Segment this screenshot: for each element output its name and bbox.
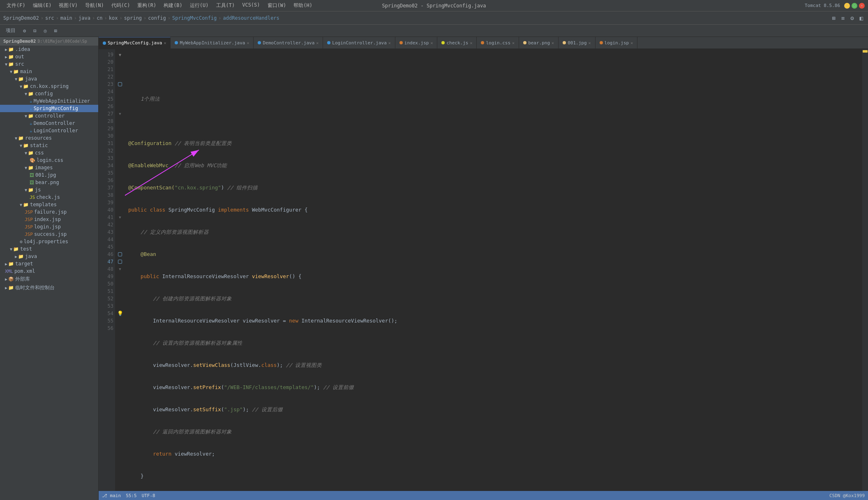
tree-item-css[interactable]: ▼ 📁 css xyxy=(0,149,98,157)
project-icon-locate[interactable]: ◎ xyxy=(41,27,49,35)
tree-item-test[interactable]: ▼ 📁 test xyxy=(0,245,98,253)
tree-item-images[interactable]: ▼ 📁 images xyxy=(0,164,98,171)
breadcrumb-java[interactable]: java xyxy=(78,15,90,21)
maximize-button[interactable]: □ xyxy=(852,3,857,9)
code-editor[interactable]: 19 20 21 22 23 24 25 26 27 28 29 30 31 3… xyxy=(99,49,868,491)
tab-close-checkjs[interactable]: ✕ xyxy=(470,41,472,45)
tree-item-idea[interactable]: ▶ 📁 .idea xyxy=(0,46,98,53)
gutter-41-fold[interactable]: ▼ xyxy=(115,214,125,221)
status-line[interactable]: 55:5 xyxy=(126,493,137,498)
tree-item-bearpng[interactable]: 🖼 bear.png xyxy=(0,179,98,186)
tree-item-templates[interactable]: ▼ 📁 templates xyxy=(0,201,98,208)
menu-code[interactable]: 代码(C) xyxy=(108,1,134,10)
close-button[interactable]: ✕ xyxy=(859,3,865,9)
tab-bearpng[interactable]: bear.png ✕ xyxy=(519,37,559,48)
toolbar-btn-1[interactable]: ⊞ xyxy=(830,14,837,22)
tab-close-indexjsp[interactable]: ✕ xyxy=(430,41,433,45)
project-icon-collapse[interactable]: ⊟ xyxy=(31,27,39,35)
menu-navigate[interactable]: 导航(N) xyxy=(82,1,107,10)
breadcrumb-config[interactable]: config xyxy=(148,15,166,21)
tab-001jpg[interactable]: 001.jpg ✕ xyxy=(559,37,595,48)
tab-loginjsp[interactable]: login.jsp ✕ xyxy=(596,37,638,48)
menu-help[interactable]: 帮助(H) xyxy=(290,1,316,10)
tab-close-mywebapp[interactable]: ✕ xyxy=(247,41,249,45)
tree-item-springmvcconfig[interactable]: ☕ SpringMvcConfig xyxy=(0,105,98,112)
menu-build[interactable]: 构建(B) xyxy=(160,1,186,10)
gutter-bean-icon xyxy=(118,82,122,86)
tree-item-successjsp[interactable]: JSP success.jsp xyxy=(0,230,98,238)
code-content[interactable]: 1个用法 @Configuration // 表明当前类是配置类 @Enable… xyxy=(125,49,862,491)
breadcrumb-main[interactable]: main xyxy=(60,15,72,21)
toolbar-btn-2[interactable]: ≡ xyxy=(840,14,846,22)
breadcrumb-spring[interactable]: spring xyxy=(124,15,142,21)
menu-file[interactable]: 文件(F) xyxy=(3,1,29,10)
tree-item-logincss[interactable]: 🎨 login.css xyxy=(0,157,98,164)
project-icon-settings[interactable]: ⊞ xyxy=(52,27,60,35)
menu-window[interactable]: 窗口(W) xyxy=(264,1,290,10)
tab-close-bearpng[interactable]: ✕ xyxy=(552,41,554,45)
tree-item-external[interactable]: ▶ 📦 外部库 xyxy=(0,275,98,283)
tab-close-democontroller[interactable]: ✕ xyxy=(316,41,319,45)
breadcrumb-method[interactable]: addResourceHandlers xyxy=(223,15,279,21)
tab-close-springmvcconfig[interactable]: ✕ xyxy=(164,41,166,45)
tree-item-checkjs[interactable]: JS check.js xyxy=(0,194,98,201)
code-line-29: InternalResourceViewResolver viewResolve… xyxy=(128,317,859,325)
tree-item-static[interactable]: ▼ 📁 static xyxy=(0,142,98,149)
tree-item-out[interactable]: ▶ 📁 out xyxy=(0,53,98,60)
minimize-button[interactable]: ─ xyxy=(844,3,850,9)
tree-item-src[interactable]: ▼ 📁 src xyxy=(0,60,98,68)
tab-indexjsp[interactable]: index.jsp ✕ xyxy=(395,37,438,48)
tab-bar: SpringMvcConfig.java ✕ MyWebAppInitializ… xyxy=(99,37,868,49)
tree-item-pomxml[interactable]: XML pom.xml xyxy=(0,267,98,275)
tab-democontroller[interactable]: DemoController.java ✕ xyxy=(254,37,323,48)
tab-logincontroller[interactable]: LoginController.java ✕ xyxy=(323,37,395,48)
tab-logincss[interactable]: login.css ✕ xyxy=(477,37,519,48)
breadcrumb-project[interactable]: SpringDemo02 xyxy=(3,15,39,21)
tree-item-loginjsp[interactable]: JSP login.jsp xyxy=(0,223,98,230)
tree-item-js[interactable]: ▼ 📁 js xyxy=(0,186,98,194)
gutter-54-bulb[interactable]: 💡 xyxy=(115,310,125,317)
tab-close-logincss[interactable]: ✕ xyxy=(512,41,515,45)
tree-item-tmpfiles[interactable]: ▶ 📁 临时文件和控制台 xyxy=(0,283,98,292)
tree-item-resources[interactable]: ▼ 📁 resources xyxy=(0,134,98,142)
tab-close-logincontroller[interactable]: ✕ xyxy=(388,41,391,45)
tree-item-cnkoxspring[interactable]: ▼ 📁 cn.kox.spring xyxy=(0,83,98,90)
fn-32: setPrefix xyxy=(193,384,221,391)
tree-item-config[interactable]: ▼ 📁 config xyxy=(0,90,98,97)
tree-item-main[interactable]: ▼ 📁 main xyxy=(0,68,98,75)
gutter-27-fold[interactable]: ▼ xyxy=(115,110,125,118)
tree-item-java[interactable]: ▼ 📁 java xyxy=(0,75,98,83)
right-gutter-marker[interactable] xyxy=(863,50,868,53)
breadcrumb-src[interactable]: src xyxy=(45,15,54,21)
menu-edit[interactable]: 编辑(E) xyxy=(30,1,55,10)
tab-checkjs[interactable]: check.js ✕ xyxy=(437,37,477,48)
toolbar-btn-4[interactable]: ◧ xyxy=(858,14,865,22)
breadcrumb-kox[interactable]: kox xyxy=(109,15,118,21)
tree-item-log4j[interactable]: ⚙ lo4j.properties xyxy=(0,238,98,245)
menu-refactor[interactable]: 重构(R) xyxy=(134,1,159,10)
tree-item-target[interactable]: ▶ 📁 target xyxy=(0,260,98,267)
menu-view[interactable]: 视图(V) xyxy=(55,1,81,10)
tree-item-failurejsp[interactable]: JSP failure.jsp xyxy=(0,208,98,216)
project-icon-gear[interactable]: ⚙ xyxy=(21,27,28,35)
tab-close-loginjsp[interactable]: ✕ xyxy=(630,41,633,45)
status-encoding[interactable]: UTF-8 xyxy=(142,493,155,498)
breadcrumb-class[interactable]: SpringMvcConfig xyxy=(172,15,217,21)
kw-return-35: return xyxy=(128,450,175,458)
toolbar-btn-3[interactable]: ⚙ xyxy=(849,14,855,22)
menu-vcs[interactable]: VCS(S) xyxy=(239,1,263,10)
tree-item-mywebapp[interactable]: ☕ MyWebAppInitializer xyxy=(0,97,98,105)
tree-item-democontroller[interactable]: ☕ DemoController xyxy=(0,120,98,127)
tab-close-001jpg[interactable]: ✕ xyxy=(589,41,591,45)
tree-item-indexjsp[interactable]: JSP index.jsp xyxy=(0,216,98,223)
tab-springmvcconfig[interactable]: SpringMvcConfig.java ✕ xyxy=(99,37,171,48)
tree-item-001jpg[interactable]: 🖼 001.jpg xyxy=(0,171,98,179)
gutter-48-fold[interactable]: ▼ xyxy=(115,265,125,273)
tree-item-logincontroller[interactable]: ☕ LoginController xyxy=(0,127,98,134)
menu-tools[interactable]: 工具(T) xyxy=(213,1,238,10)
menu-run[interactable]: 运行(U) xyxy=(187,1,212,10)
breadcrumb-cn[interactable]: cn xyxy=(97,15,102,21)
tree-item-controller[interactable]: ▼ 📁 controller xyxy=(0,112,98,120)
tree-item-testjava[interactable]: ▶ 📁 java xyxy=(0,253,98,260)
tab-mywebapp[interactable]: MyWebAppInitializer.java ✕ xyxy=(171,37,254,48)
